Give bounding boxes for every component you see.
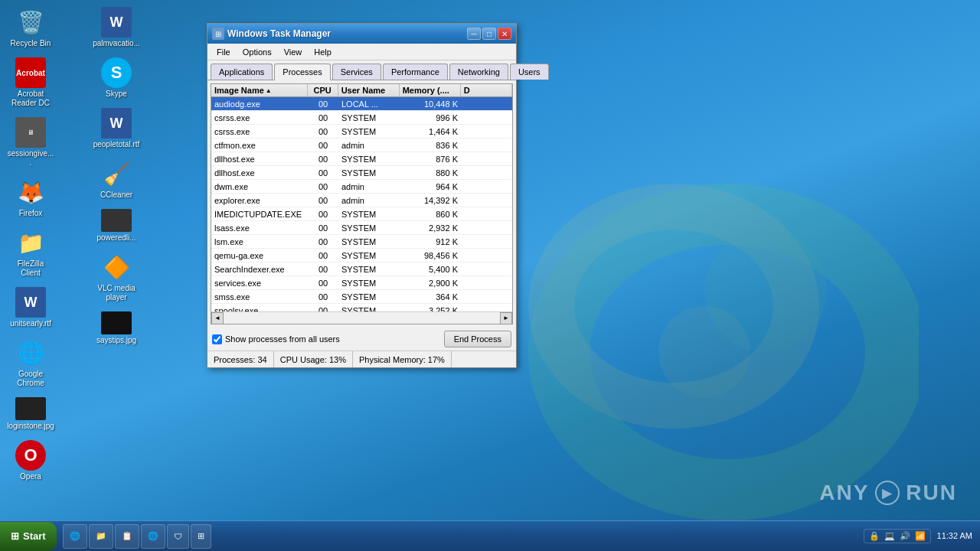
acrobat-label: Acrobat Reader DC bbox=[7, 90, 54, 108]
process-cpu: 00 bbox=[308, 292, 338, 302]
process-image-name: IMEDICTUPDATE.EXE bbox=[211, 210, 308, 219]
loginstone-icon bbox=[15, 397, 46, 420]
desktop-icon-filezilla[interactable]: 📁 FileZilla Client bbox=[4, 224, 57, 281]
desktop-icon-opera[interactable]: O Opera bbox=[4, 437, 57, 484]
process-user: admin bbox=[338, 182, 400, 191]
end-process-button[interactable]: End Process bbox=[444, 331, 511, 347]
process-row[interactable]: dwm.exe 00 admin 964 K bbox=[211, 180, 512, 194]
process-row[interactable]: ctfmon.exe 00 admin 836 K bbox=[211, 139, 512, 152]
process-table: Image Name ▲ CPU User Name Memory (.... … bbox=[211, 83, 513, 324]
scroll-left-button[interactable]: ◄ bbox=[211, 312, 224, 324]
taskmanager-icon: ⊞ bbox=[198, 531, 204, 541]
desktop-icon-skype[interactable]: S Skype bbox=[90, 54, 143, 102]
clock-time: 11:32 AM bbox=[937, 530, 972, 542]
horizontal-scrollbar[interactable]: ◄ ► bbox=[211, 311, 512, 324]
peopletotal-label: peopletotal.rtf bbox=[93, 140, 140, 149]
process-list[interactable]: audiodg.exe 00 LOCAL ... 10,448 K csrss.… bbox=[211, 97, 512, 311]
column-header-image-name[interactable]: Image Name ▲ bbox=[211, 84, 308, 96]
desktop-icon-ccleaner[interactable]: 🧹 CCleaner bbox=[90, 155, 143, 203]
scroll-track[interactable] bbox=[224, 312, 500, 324]
maximize-button[interactable]: □ bbox=[482, 28, 496, 40]
column-header-memory[interactable]: Memory (.... bbox=[400, 84, 461, 96]
desktop-icon-sessiongive[interactable]: 🖥 sessiongive.... bbox=[4, 114, 57, 171]
desktop-icon-loginstone[interactable]: loginstone.jpg bbox=[4, 394, 57, 434]
desktop-icon-acrobat[interactable]: Acrobat Acrobat Reader DC bbox=[4, 54, 57, 111]
process-user: SYSTEM bbox=[338, 237, 400, 246]
process-row[interactable]: lsm.exe 00 SYSTEM 912 K bbox=[211, 235, 512, 249]
process-row[interactable]: spoolsv.exe 00 SYSTEM 3,252 K bbox=[211, 304, 512, 311]
process-row[interactable]: lsass.exe 00 SYSTEM 2,932 K bbox=[211, 221, 512, 235]
loginstone-label: loginstone.jpg bbox=[7, 422, 54, 431]
desktop-icon-chrome[interactable]: 🌐 Google Chrome bbox=[4, 334, 57, 391]
process-user: SYSTEM bbox=[338, 251, 400, 260]
tab-users[interactable]: Users bbox=[510, 64, 549, 80]
status-bar: Processes: 34 CPU Usage: 13% Physical Me… bbox=[207, 350, 516, 367]
physical-memory-label: Physical Memory: bbox=[359, 355, 426, 364]
process-row[interactable]: IMEDICTUPDATE.EXE 00 SYSTEM 860 K bbox=[211, 207, 512, 221]
taskbar-item-taskmanager[interactable]: ⊞ bbox=[191, 524, 211, 549]
tray-volume-icon: 🔊 bbox=[900, 531, 910, 541]
processes-label: Processes: bbox=[214, 355, 255, 364]
bottom-bar: Show processes from all users End Proces… bbox=[207, 328, 516, 350]
desktop-icon-peopletotal[interactable]: W peopletotal.rtf bbox=[90, 105, 143, 152]
taskbar-item-security[interactable]: 🛡 bbox=[167, 524, 189, 549]
unitsearly-label: unitsearly.rtf bbox=[10, 319, 51, 328]
process-row[interactable]: smss.exe 00 SYSTEM 364 K bbox=[211, 290, 512, 304]
process-user: LOCAL ... bbox=[338, 99, 400, 109]
chrome-taskbar-icon: 🌐 bbox=[148, 531, 158, 541]
process-memory: 10,448 K bbox=[400, 99, 461, 109]
tab-services[interactable]: Services bbox=[332, 64, 381, 80]
menu-file[interactable]: File bbox=[211, 46, 237, 58]
process-cpu: 00 bbox=[308, 251, 338, 260]
column-header-cpu[interactable]: CPU bbox=[308, 84, 338, 96]
status-processes: Processes: 34 bbox=[207, 351, 274, 367]
ccleaner-label: CCleaner bbox=[100, 191, 132, 200]
taskbar-item-ie[interactable]: 🌐 bbox=[63, 524, 87, 549]
process-row[interactable]: dllhost.exe 00 SYSTEM 876 K bbox=[211, 152, 512, 166]
desktop-icons-container: 🗑️ Recycle Bin Acrobat Acrobat Reader DC… bbox=[4, 4, 172, 509]
taskbar-item-chrome[interactable]: 🌐 bbox=[141, 524, 165, 549]
status-memory: Physical Memory: 17% bbox=[353, 351, 452, 367]
tab-applications[interactable]: Applications bbox=[211, 64, 273, 80]
process-row[interactable]: csrss.exe 00 SYSTEM 996 K bbox=[211, 111, 512, 125]
tab-networking[interactable]: Networking bbox=[449, 64, 508, 80]
menu-help[interactable]: Help bbox=[308, 46, 338, 58]
show-all-processes-label[interactable]: Show processes from all users bbox=[212, 334, 340, 344]
tab-processes[interactable]: Processes bbox=[274, 64, 330, 80]
process-row[interactable]: SearchIndexer.exe 00 SYSTEM 5,400 K bbox=[211, 262, 512, 276]
close-button[interactable]: ✕ bbox=[498, 28, 511, 40]
process-image-name: lsm.exe bbox=[211, 237, 308, 246]
minimize-button[interactable]: ─ bbox=[467, 28, 481, 40]
peopletotal-icon: W bbox=[101, 108, 132, 139]
process-row[interactable]: services.exe 00 SYSTEM 2,900 K bbox=[211, 276, 512, 290]
tab-performance[interactable]: Performance bbox=[383, 64, 448, 80]
column-header-description[interactable]: D bbox=[461, 84, 512, 96]
desktop-icon-vlc[interactable]: 🔶 VLC media player bbox=[90, 249, 143, 305]
firefox-icon: 🦊 bbox=[15, 177, 46, 207]
desktop-icon-poweredli[interactable]: poweredli... bbox=[90, 206, 143, 246]
taskbar-item-explorer[interactable]: 📁 bbox=[89, 524, 113, 549]
vlc-icon: 🔶 bbox=[101, 252, 132, 282]
process-cpu: 00 bbox=[308, 99, 338, 109]
taskbar-item-unknown1[interactable]: 📋 bbox=[115, 524, 139, 549]
scroll-right-button[interactable]: ► bbox=[500, 312, 512, 324]
start-button[interactable]: ⊞ Start bbox=[0, 522, 57, 551]
desktop-icon-saystips[interactable]: saystips.jpg bbox=[90, 308, 143, 348]
process-row[interactable]: qemu-ga.exe 00 SYSTEM 98,456 K bbox=[211, 249, 512, 262]
anyrun-play-icon: ▶ bbox=[875, 481, 900, 505]
task-manager-window: ⊞ Windows Task Manager ─ □ ✕ File Option… bbox=[207, 23, 517, 368]
menu-options[interactable]: Options bbox=[237, 46, 278, 58]
menu-view[interactable]: View bbox=[278, 46, 309, 58]
process-row[interactable]: csrss.exe 00 SYSTEM 1,464 K bbox=[211, 125, 512, 139]
process-row[interactable]: audiodg.exe 00 LOCAL ... 10,448 K bbox=[211, 97, 512, 111]
process-cpu: 00 bbox=[308, 265, 338, 274]
process-row[interactable]: explorer.exe 00 admin 14,392 K bbox=[211, 194, 512, 207]
desktop-icon-recycle-bin[interactable]: 🗑️ Recycle Bin bbox=[4, 4, 57, 51]
desktop-icon-palmvacatio[interactable]: W palmvacatio... bbox=[90, 4, 143, 51]
process-row[interactable]: dllhost.exe 00 SYSTEM 880 K bbox=[211, 166, 512, 180]
show-all-processes-checkbox[interactable] bbox=[212, 334, 222, 344]
process-memory: 5,400 K bbox=[400, 265, 461, 274]
desktop-icon-unitsearly[interactable]: W unitsearly.rtf bbox=[4, 284, 57, 331]
desktop-icon-firefox[interactable]: 🦊 Firefox bbox=[4, 174, 57, 221]
column-header-user-name[interactable]: User Name bbox=[338, 84, 400, 96]
